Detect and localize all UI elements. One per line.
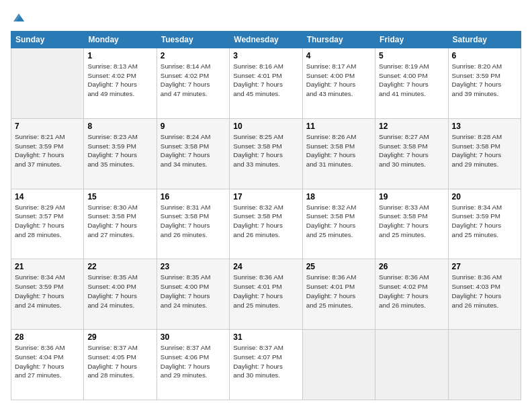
day-number: 2 — [161, 51, 226, 60]
day-number: 17 — [233, 192, 298, 201]
day-cell-21: 21Sunrise: 8:34 AMSunset: 3:59 PMDayligh… — [11, 259, 84, 330]
day-info: Sunrise: 8:26 AMSunset: 3:58 PMDaylight:… — [306, 132, 371, 169]
day-number: 26 — [379, 262, 444, 271]
day-info: Sunrise: 8:37 AMSunset: 4:05 PMDaylight:… — [87, 343, 152, 380]
day-number: 18 — [306, 192, 371, 201]
day-info: Sunrise: 8:35 AMSunset: 4:00 PMDaylight:… — [87, 273, 152, 310]
week-row-5: 28Sunrise: 8:36 AMSunset: 4:04 PMDayligh… — [11, 330, 521, 400]
day-number: 29 — [87, 332, 152, 342]
day-cell-19: 19Sunrise: 8:33 AMSunset: 3:58 PMDayligh… — [375, 189, 448, 259]
day-number: 9 — [161, 122, 226, 131]
logo — [11, 11, 26, 24]
day-number: 11 — [306, 122, 371, 131]
day-cell-18: 18Sunrise: 8:32 AMSunset: 3:58 PMDayligh… — [302, 189, 375, 259]
day-number: 20 — [452, 192, 517, 201]
day-cell-9: 9Sunrise: 8:24 AMSunset: 3:58 PMDaylight… — [157, 118, 229, 189]
day-info: Sunrise: 8:36 AMSunset: 4:04 PMDaylight:… — [15, 343, 80, 380]
day-number: 25 — [306, 262, 371, 271]
day-cell-3: 3Sunrise: 8:16 AMSunset: 4:01 PMDaylight… — [230, 48, 302, 119]
day-cell-13: 13Sunrise: 8:28 AMSunset: 3:58 PMDayligh… — [448, 118, 521, 189]
day-info: Sunrise: 8:20 AMSunset: 3:59 PMDaylight:… — [452, 62, 517, 99]
weekday-saturday: Saturday — [448, 32, 521, 48]
day-cell-17: 17Sunrise: 8:32 AMSunset: 3:58 PMDayligh… — [230, 189, 302, 259]
day-info: Sunrise: 8:34 AMSunset: 3:59 PMDaylight:… — [452, 203, 517, 240]
weekday-sunday: Sunday — [11, 32, 84, 48]
weekday-friday: Friday — [375, 32, 448, 48]
day-cell-4: 4Sunrise: 8:17 AMSunset: 4:00 PMDaylight… — [302, 48, 375, 119]
day-cell-5: 5Sunrise: 8:19 AMSunset: 4:00 PMDaylight… — [375, 48, 448, 119]
day-number: 23 — [161, 262, 226, 271]
day-info: Sunrise: 8:14 AMSunset: 4:02 PMDaylight:… — [161, 62, 226, 99]
day-cell-12: 12Sunrise: 8:27 AMSunset: 3:58 PMDayligh… — [375, 118, 448, 189]
day-number: 8 — [87, 122, 152, 131]
day-info: Sunrise: 8:23 AMSunset: 3:59 PMDaylight:… — [87, 132, 152, 169]
day-cell-22: 22Sunrise: 8:35 AMSunset: 4:00 PMDayligh… — [84, 259, 157, 330]
day-number: 21 — [15, 262, 80, 271]
day-info: Sunrise: 8:16 AMSunset: 4:01 PMDaylight:… — [233, 62, 298, 99]
day-info: Sunrise: 8:21 AMSunset: 3:59 PMDaylight:… — [15, 132, 80, 169]
day-info: Sunrise: 8:34 AMSunset: 3:59 PMDaylight:… — [15, 273, 80, 310]
day-info: Sunrise: 8:36 AMSunset: 4:01 PMDaylight:… — [233, 273, 298, 310]
day-number: 24 — [233, 262, 298, 271]
day-info: Sunrise: 8:32 AMSunset: 3:58 PMDaylight:… — [306, 203, 371, 240]
day-cell-25: 25Sunrise: 8:36 AMSunset: 4:01 PMDayligh… — [302, 259, 375, 330]
day-cell-20: 20Sunrise: 8:34 AMSunset: 3:59 PMDayligh… — [448, 189, 521, 259]
day-info: Sunrise: 8:30 AMSunset: 3:58 PMDaylight:… — [87, 203, 152, 240]
week-row-3: 14Sunrise: 8:29 AMSunset: 3:57 PMDayligh… — [11, 189, 521, 259]
day-cell-30: 30Sunrise: 8:37 AMSunset: 4:06 PMDayligh… — [157, 330, 229, 400]
empty-cell — [448, 330, 521, 400]
day-info: Sunrise: 8:36 AMSunset: 4:03 PMDaylight:… — [452, 273, 517, 310]
weekday-header-row: SundayMondayTuesdayWednesdayThursdayFrid… — [11, 32, 521, 48]
day-info: Sunrise: 8:19 AMSunset: 4:00 PMDaylight:… — [379, 62, 444, 99]
calendar-table: SundayMondayTuesdayWednesdayThursdayFrid… — [11, 31, 521, 400]
day-info: Sunrise: 8:31 AMSunset: 3:58 PMDaylight:… — [161, 203, 226, 240]
day-number: 7 — [15, 122, 80, 131]
day-number: 19 — [379, 192, 444, 201]
day-cell-11: 11Sunrise: 8:26 AMSunset: 3:58 PMDayligh… — [302, 118, 375, 189]
weekday-wednesday: Wednesday — [230, 32, 302, 48]
empty-cell — [302, 330, 375, 400]
week-row-1: 1Sunrise: 8:13 AMSunset: 4:02 PMDaylight… — [11, 48, 521, 119]
day-number: 4 — [306, 51, 371, 60]
day-number: 5 — [379, 51, 444, 60]
day-info: Sunrise: 8:29 AMSunset: 3:57 PMDaylight:… — [15, 203, 80, 240]
weekday-monday: Monday — [84, 32, 157, 48]
day-info: Sunrise: 8:25 AMSunset: 3:58 PMDaylight:… — [233, 132, 298, 169]
page: SundayMondayTuesdayWednesdayThursdayFrid… — [0, 0, 532, 411]
day-number: 1 — [87, 51, 152, 60]
day-cell-28: 28Sunrise: 8:36 AMSunset: 4:04 PMDayligh… — [11, 330, 84, 400]
day-number: 22 — [87, 262, 152, 271]
logo-icon — [12, 11, 26, 24]
weekday-tuesday: Tuesday — [157, 32, 229, 48]
day-cell-6: 6Sunrise: 8:20 AMSunset: 3:59 PMDaylight… — [448, 48, 521, 119]
day-number: 14 — [15, 192, 80, 201]
day-info: Sunrise: 8:37 AMSunset: 4:07 PMDaylight:… — [233, 343, 298, 380]
day-cell-1: 1Sunrise: 8:13 AMSunset: 4:02 PMDaylight… — [84, 48, 157, 119]
day-cell-23: 23Sunrise: 8:35 AMSunset: 4:00 PMDayligh… — [157, 259, 229, 330]
day-number: 15 — [87, 192, 152, 201]
week-row-2: 7Sunrise: 8:21 AMSunset: 3:59 PMDaylight… — [11, 118, 521, 189]
day-cell-14: 14Sunrise: 8:29 AMSunset: 3:57 PMDayligh… — [11, 189, 84, 259]
day-cell-31: 31Sunrise: 8:37 AMSunset: 4:07 PMDayligh… — [230, 330, 302, 400]
day-number: 31 — [233, 332, 298, 342]
day-number: 28 — [15, 332, 80, 342]
day-cell-24: 24Sunrise: 8:36 AMSunset: 4:01 PMDayligh… — [230, 259, 302, 330]
day-number: 6 — [452, 51, 517, 60]
day-number: 10 — [233, 122, 298, 131]
day-number: 13 — [452, 122, 517, 131]
header — [11, 11, 521, 24]
day-cell-15: 15Sunrise: 8:30 AMSunset: 3:58 PMDayligh… — [84, 189, 157, 259]
empty-cell — [375, 330, 448, 400]
day-number: 27 — [452, 262, 517, 271]
day-cell-8: 8Sunrise: 8:23 AMSunset: 3:59 PMDaylight… — [84, 118, 157, 189]
day-cell-10: 10Sunrise: 8:25 AMSunset: 3:58 PMDayligh… — [230, 118, 302, 189]
day-info: Sunrise: 8:36 AMSunset: 4:02 PMDaylight:… — [379, 273, 444, 310]
day-cell-26: 26Sunrise: 8:36 AMSunset: 4:02 PMDayligh… — [375, 259, 448, 330]
day-cell-7: 7Sunrise: 8:21 AMSunset: 3:59 PMDaylight… — [11, 118, 84, 189]
day-info: Sunrise: 8:37 AMSunset: 4:06 PMDaylight:… — [161, 343, 226, 380]
day-number: 30 — [161, 332, 226, 342]
empty-cell — [11, 48, 84, 119]
day-info: Sunrise: 8:36 AMSunset: 4:01 PMDaylight:… — [306, 273, 371, 310]
day-info: Sunrise: 8:28 AMSunset: 3:58 PMDaylight:… — [452, 132, 517, 169]
day-info: Sunrise: 8:17 AMSunset: 4:00 PMDaylight:… — [306, 62, 371, 99]
